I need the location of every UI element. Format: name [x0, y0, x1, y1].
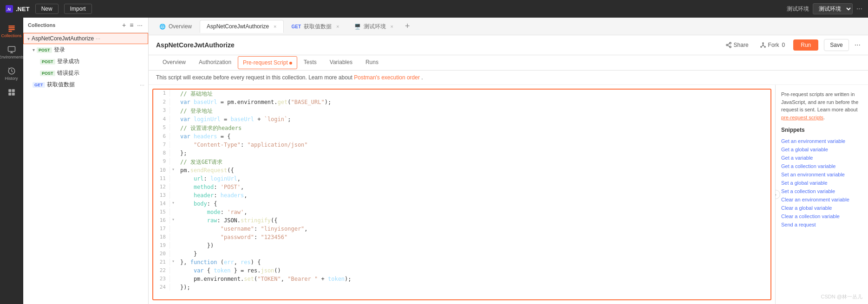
request-header: AspNetCoreJwtAuthorize Share Fork 0 Run …	[149, 35, 868, 55]
add-collection-button[interactable]: +	[121, 20, 127, 30]
tab-overview[interactable]: 🌐 Overview	[152, 20, 199, 32]
code-line: 22 var { token } = res.json()	[153, 267, 770, 275]
tree-item-login-folder[interactable]: ▾ POST 登录	[23, 44, 148, 56]
collections-more-button[interactable]: ···	[136, 20, 144, 30]
import-button[interactable]: Import	[64, 4, 92, 14]
method-badge: GET	[33, 82, 45, 88]
tree-item-get-values[interactable]: GET 获取值数据 ···	[23, 79, 148, 91]
env-selector[interactable]: 测试环境	[813, 3, 853, 14]
request-title: AspNetCoreJwtAuthorize	[156, 41, 723, 49]
more-icon[interactable]: ···	[856, 5, 862, 13]
watermark: CSDN @林一丛儿	[821, 293, 862, 300]
sidebar-item-environments[interactable]: Environments	[0, 43, 23, 62]
subtab-overview[interactable]: Overview	[156, 55, 192, 70]
panel-toggle-button[interactable]: ›	[775, 190, 780, 199]
svg-rect-3	[8, 27, 15, 28]
snippet-clear-collection-var[interactable]: Clear a collection variable	[781, 212, 862, 220]
snippet-clear-global-var[interactable]: Clear a global variable	[781, 204, 862, 212]
tab-close-icon[interactable]: ×	[391, 24, 393, 29]
subtab-prerequest[interactable]: Pre-request Script	[238, 56, 297, 69]
snippet-get-var[interactable]: Get a variable	[781, 154, 862, 162]
tree-item-login-success[interactable]: POST 登录成功	[23, 56, 148, 67]
snippet-get-collection-var[interactable]: Get a collection variable	[781, 162, 862, 170]
tree-item-actions[interactable]: ···	[140, 82, 144, 88]
top-bar: .N .NET New Import 测试环境 测试环境 ···	[0, 0, 868, 18]
more-options-button[interactable]: ···	[855, 41, 861, 49]
snippet-set-global-var[interactable]: Set a global variable	[781, 179, 862, 187]
svg-text:.N: .N	[7, 7, 11, 12]
tab-overview-label: Overview	[169, 23, 192, 30]
method-badge: POST	[40, 59, 55, 65]
collections-header: Collections + ≡ ···	[23, 18, 148, 33]
svg-point-17	[764, 46, 765, 47]
subtab-runs[interactable]: Runs	[359, 55, 385, 70]
code-line: 1 // 基础地址	[153, 90, 770, 98]
tab-get-badge: GET	[292, 24, 301, 29]
env-label: 测试环境	[787, 5, 809, 13]
svg-point-13	[726, 44, 728, 46]
code-line: 20 }	[153, 250, 770, 259]
subtab-variables[interactable]: Variables	[323, 55, 359, 70]
collections-panel: Collections + ≡ ··· ▾ AspNetCoreJwtAutho…	[23, 18, 149, 304]
svg-rect-6	[8, 46, 15, 52]
add-tab-button[interactable]: +	[401, 21, 414, 31]
tree-item-collection[interactable]: ▾ AspNetCoreJwtAuthorize ···	[23, 33, 148, 44]
snippet-send-request[interactable]: Send a request	[781, 220, 862, 229]
execution-order-link[interactable]: Postman's execution order	[354, 74, 420, 81]
save-button[interactable]: Save	[824, 39, 848, 51]
subtab-tests[interactable]: Tests	[297, 55, 323, 70]
collections-tree: ▾ AspNetCoreJwtAuthorize ··· ▾ POST 登录 P…	[23, 33, 148, 304]
snippet-set-env-var[interactable]: Set an environment variable	[781, 170, 862, 179]
svg-rect-2	[8, 26, 15, 26]
sidebar-item-collections[interactable]: Collections	[0, 21, 23, 41]
history-icon	[7, 67, 16, 75]
fork-button[interactable]: Fork 0	[757, 40, 788, 50]
code-line: 13 header: headers,	[153, 192, 770, 200]
subtab-authorization[interactable]: Authorization	[192, 55, 238, 70]
tab-overview-icon: 🌐	[159, 24, 166, 30]
collections-title: Collections	[28, 22, 119, 28]
code-line: 24 });	[153, 284, 770, 292]
tree-item-error[interactable]: POST 错误提示	[23, 67, 148, 79]
tab-test-env[interactable]: 🖥️ 测试环境 ×	[347, 19, 400, 33]
tab-close-icon[interactable]: ×	[336, 24, 339, 29]
snippet-get-env-var[interactable]: Get an environment variable	[781, 137, 862, 145]
tab-close-icon[interactable]: ×	[274, 24, 276, 29]
code-line: 7 "Content-Type": "application/json"	[153, 141, 770, 149]
tree-item-label: 错误提示	[57, 69, 144, 77]
sidebar-item-other[interactable]	[0, 85, 23, 99]
run-button[interactable]: Run	[793, 39, 818, 51]
new-button[interactable]: New	[35, 4, 59, 14]
tree-item-actions[interactable]: ···	[96, 35, 100, 42]
prerequest-scripts-link[interactable]: pre-request scripts	[781, 115, 823, 120]
prerequest-dot	[289, 62, 292, 65]
tab-env-icon: 🖥️	[354, 24, 361, 30]
collections-label: Collections	[1, 33, 21, 38]
svg-rect-9	[12, 89, 14, 92]
snippet-set-collection-var[interactable]: Set a collection variable	[781, 187, 862, 195]
tab-env-label: 测试环境	[364, 23, 386, 31]
tabs-bar: 🌐 Overview AspNetCoreJwtAuthorize × GET …	[149, 18, 868, 35]
code-line: 8 };	[153, 149, 770, 158]
tree-item-label: 登录成功	[57, 58, 144, 65]
code-line: 10 ▾ pm.sendRequest({	[153, 167, 770, 175]
code-line: 11 url: loginUrl,	[153, 175, 770, 183]
tab-get-req[interactable]: GET 获取值数据 ×	[285, 19, 346, 33]
code-editor[interactable]: 1 // 基础地址 2 var baseUrl = pm.environment…	[152, 89, 771, 300]
code-line: 19 })	[153, 242, 770, 250]
code-line: 17 "username": "linyisonger",	[153, 225, 770, 233]
chevron-icon: ▾	[33, 47, 35, 52]
filter-button[interactable]: ≡	[129, 20, 134, 30]
sidebar-item-history[interactable]: History	[0, 64, 23, 84]
tab-asp[interactable]: AspNetCoreJwtAuthorize ×	[200, 20, 284, 33]
info-text: This script will execute before every re…	[156, 74, 354, 81]
snippet-clear-env-var[interactable]: Clear an environment variable	[781, 195, 862, 204]
tree-item-label: AspNetCoreJwtAuthorize	[32, 35, 94, 42]
tab-asp-label: AspNetCoreJwtAuthorize	[207, 23, 269, 30]
share-button[interactable]: Share	[723, 40, 751, 50]
snippet-get-global-var[interactable]: Get a global variable	[781, 145, 862, 154]
snippets-title: Snippets	[781, 127, 862, 133]
code-line: 12 method: 'POST',	[153, 183, 770, 192]
code-line: 6 var headers = {	[153, 133, 770, 141]
code-line: 9 // 发送GET请求	[153, 158, 770, 167]
